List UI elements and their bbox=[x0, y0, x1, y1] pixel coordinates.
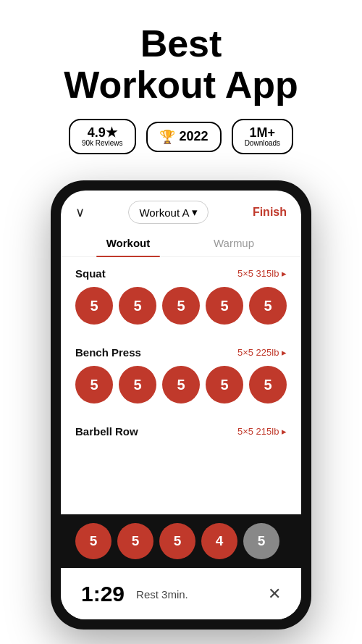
row-set-1[interactable]: 5 bbox=[75, 523, 111, 559]
exercise-sets-squat[interactable]: 5×5 315lb ▸ bbox=[237, 268, 287, 279]
phone-topbar: ∨ Workout A ▾ Finish bbox=[61, 191, 301, 230]
bench-set-3[interactable]: 5 bbox=[162, 366, 200, 403]
squat-set-2[interactable]: 5 bbox=[119, 287, 156, 325]
bench-set-5[interactable]: 5 bbox=[249, 366, 287, 403]
bench-set-2[interactable]: 5 bbox=[119, 366, 156, 403]
exercise-name-row: Barbell Row bbox=[75, 425, 138, 438]
row-set-4[interactable]: 4 bbox=[201, 523, 237, 559]
exercise-list: Squat 5×5 315lb ▸ 5 5 5 5 5 Bench Press bbox=[61, 257, 301, 514]
exercise-name-bench: Bench Press bbox=[75, 346, 141, 359]
squat-set-3[interactable]: 5 bbox=[162, 287, 200, 325]
exercise-squat: Squat 5×5 315lb ▸ 5 5 5 5 5 bbox=[61, 257, 301, 336]
phone-bottom-bar: 5 5 5 4 5 bbox=[61, 514, 301, 568]
squat-circles: 5 5 5 5 5 bbox=[75, 287, 287, 332]
bench-set-4[interactable]: 5 bbox=[206, 366, 243, 403]
tab-warmup[interactable]: Warmup bbox=[181, 230, 287, 256]
bench-circles: 5 5 5 5 5 bbox=[75, 366, 287, 411]
row-set-3[interactable]: 5 bbox=[159, 523, 195, 559]
badges-row: 4.9★ 90k Reviews 🏆 2022 1M+ Downloads bbox=[14, 119, 348, 154]
squat-set-1[interactable]: 5 bbox=[75, 287, 113, 325]
tabs-row: Workout Warmup bbox=[61, 230, 301, 257]
workout-selector[interactable]: Workout A ▾ bbox=[128, 201, 209, 224]
row-set-5[interactable]: 5 bbox=[243, 523, 279, 559]
exercise-sets-row[interactable]: 5×5 215lb ▸ bbox=[237, 426, 287, 437]
timer-display: 1:29 bbox=[81, 582, 125, 606]
header-section: Best Workout App 4.9★ 90k Reviews 🏆 2022… bbox=[0, 0, 362, 169]
squat-set-5[interactable]: 5 bbox=[249, 287, 287, 325]
chevron-down-icon[interactable]: ∨ bbox=[75, 204, 85, 220]
exercise-bench-press: Bench Press 5×5 225lb ▸ 5 5 5 5 5 bbox=[61, 336, 301, 415]
phone-screen: ∨ Workout A ▾ Finish Workout Warmup bbox=[61, 191, 301, 619]
tab-workout[interactable]: Workout bbox=[75, 230, 181, 256]
exercise-name-squat: Squat bbox=[75, 267, 106, 280]
downloads-badge: 1M+ Downloads bbox=[232, 119, 293, 154]
phone-wrapper: ∨ Workout A ▾ Finish Workout Warmup bbox=[0, 180, 362, 630]
dropdown-arrow-icon: ▾ bbox=[192, 206, 198, 219]
main-title: Best Workout App bbox=[14, 23, 348, 106]
exercise-sets-bench[interactable]: 5×5 225lb ▸ bbox=[237, 347, 287, 358]
timer-label: Rest 3min. bbox=[136, 588, 256, 601]
exercise-barbell-row: Barbell Row 5×5 215lb ▸ bbox=[61, 415, 301, 449]
rating-badge: 4.9★ 90k Reviews bbox=[69, 119, 136, 154]
finish-button[interactable]: Finish bbox=[253, 206, 287, 219]
award-badge: 🏆 2022 bbox=[146, 122, 222, 152]
bench-set-1[interactable]: 5 bbox=[75, 366, 113, 403]
phone-mockup: ∨ Workout A ▾ Finish Workout Warmup bbox=[51, 180, 311, 630]
timer-close-button[interactable]: ✕ bbox=[268, 585, 281, 603]
trophy-icon: 🏆 bbox=[159, 129, 175, 145]
timer-bar: 1:29 Rest 3min. ✕ bbox=[61, 568, 301, 619]
squat-set-4[interactable]: 5 bbox=[206, 287, 243, 325]
row-set-2[interactable]: 5 bbox=[117, 523, 153, 559]
